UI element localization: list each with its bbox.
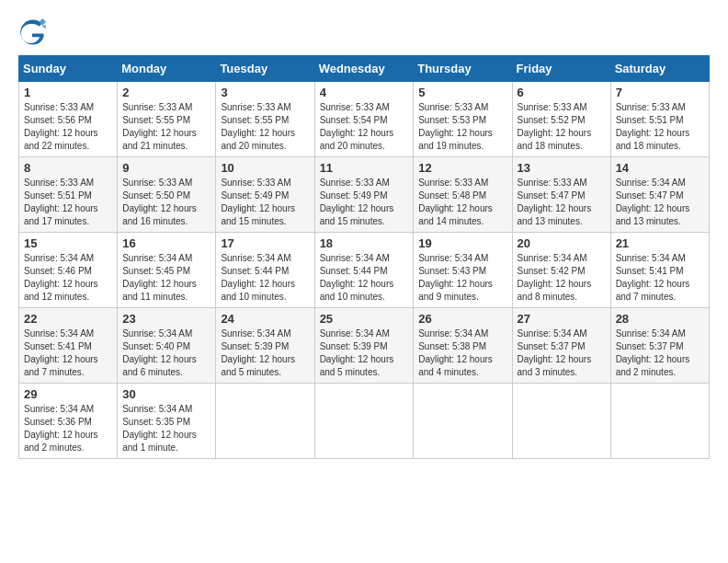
daylight-text: Daylight: 12 hours and 10 minutes. [221, 278, 309, 304]
calendar-day-cell: 22Sunrise: 5:34 AMSunset: 5:41 PMDayligh… [19, 308, 118, 384]
daylight-text: Daylight: 12 hours and 5 minutes. [320, 353, 409, 379]
day-number: 2 [122, 86, 210, 99]
day-number: 28 [616, 312, 704, 326]
sunrise-text: Sunrise: 5:34 AM [518, 252, 606, 265]
daylight-text: Daylight: 12 hours and 6 minutes. [122, 353, 210, 379]
day-info: Sunrise: 5:33 AMSunset: 5:49 PMDaylight:… [320, 177, 409, 228]
day-number: 25 [320, 312, 409, 326]
sunrise-text: Sunrise: 5:33 AM [518, 101, 606, 114]
day-info: Sunrise: 5:34 AMSunset: 5:40 PMDaylight:… [122, 327, 210, 379]
day-info: Sunrise: 5:34 AMSunset: 5:41 PMDaylight:… [616, 252, 704, 304]
page-header [18, 18, 710, 46]
sunset-text: Sunset: 5:46 PM [24, 265, 112, 278]
calendar-day-cell: 20Sunrise: 5:34 AMSunset: 5:42 PMDayligh… [512, 233, 610, 308]
day-info: Sunrise: 5:33 AMSunset: 5:51 PMDaylight:… [24, 177, 112, 228]
sunset-text: Sunset: 5:39 PM [320, 340, 409, 353]
daylight-text: Daylight: 12 hours and 20 minutes. [320, 127, 409, 153]
sunset-text: Sunset: 5:50 PM [122, 190, 210, 202]
sunset-text: Sunset: 5:38 PM [418, 340, 506, 353]
sunset-text: Sunset: 5:49 PM [320, 190, 409, 202]
day-info: Sunrise: 5:34 AMSunset: 5:39 PMDaylight:… [221, 327, 309, 379]
daylight-text: Daylight: 12 hours and 7 minutes. [24, 353, 112, 379]
day-info: Sunrise: 5:34 AMSunset: 5:47 PMDaylight:… [616, 177, 704, 228]
calendar-day-cell: 25Sunrise: 5:34 AMSunset: 5:39 PMDayligh… [314, 308, 414, 384]
sunrise-text: Sunrise: 5:33 AM [122, 101, 210, 114]
day-header-friday: Friday [512, 56, 610, 82]
calendar-day-cell: 27Sunrise: 5:34 AMSunset: 5:37 PMDayligh… [512, 308, 610, 384]
sunrise-text: Sunrise: 5:34 AM [418, 327, 506, 340]
sunrise-text: Sunrise: 5:33 AM [418, 177, 506, 190]
sunset-text: Sunset: 5:44 PM [221, 265, 309, 278]
day-info: Sunrise: 5:33 AMSunset: 5:49 PMDaylight:… [221, 177, 309, 228]
daylight-text: Daylight: 12 hours and 22 minutes. [24, 127, 112, 153]
sunrise-text: Sunrise: 5:34 AM [320, 327, 409, 340]
sunrise-text: Sunrise: 5:34 AM [616, 252, 704, 265]
calendar-day-cell: 23Sunrise: 5:34 AMSunset: 5:40 PMDayligh… [118, 308, 216, 384]
calendar-day-cell: 11Sunrise: 5:33 AMSunset: 5:49 PMDayligh… [314, 157, 414, 233]
sunrise-text: Sunrise: 5:33 AM [320, 177, 409, 190]
daylight-text: Daylight: 12 hours and 11 minutes. [122, 278, 210, 304]
sunset-text: Sunset: 5:44 PM [320, 265, 409, 278]
calendar-day-cell: 4Sunrise: 5:33 AMSunset: 5:54 PMDaylight… [314, 82, 414, 157]
daylight-text: Daylight: 12 hours and 16 minutes. [122, 202, 210, 228]
sunrise-text: Sunrise: 5:34 AM [518, 327, 606, 340]
sunset-text: Sunset: 5:37 PM [616, 340, 704, 353]
day-info: Sunrise: 5:33 AMSunset: 5:55 PMDaylight:… [122, 101, 210, 153]
day-info: Sunrise: 5:34 AMSunset: 5:35 PMDaylight:… [122, 403, 210, 454]
daylight-text: Daylight: 12 hours and 18 minutes. [518, 127, 606, 153]
daylight-text: Daylight: 12 hours and 14 minutes. [418, 202, 506, 228]
day-info: Sunrise: 5:33 AMSunset: 5:51 PMDaylight:… [616, 101, 704, 153]
sunrise-text: Sunrise: 5:34 AM [122, 327, 210, 340]
calendar-week-row: 29Sunrise: 5:34 AMSunset: 5:36 PMDayligh… [19, 384, 710, 459]
day-info: Sunrise: 5:34 AMSunset: 5:46 PMDaylight:… [24, 252, 112, 304]
day-info: Sunrise: 5:34 AMSunset: 5:37 PMDaylight:… [616, 327, 704, 379]
sunrise-text: Sunrise: 5:34 AM [616, 177, 704, 190]
calendar-day-cell: 7Sunrise: 5:33 AMSunset: 5:51 PMDaylight… [610, 82, 709, 157]
daylight-text: Daylight: 12 hours and 1 minute. [122, 429, 210, 454]
sunset-text: Sunset: 5:54 PM [320, 114, 409, 127]
sunset-text: Sunset: 5:40 PM [122, 340, 210, 353]
day-info: Sunrise: 5:33 AMSunset: 5:55 PMDaylight:… [221, 101, 309, 153]
sunset-text: Sunset: 5:56 PM [24, 114, 112, 127]
day-number: 19 [418, 236, 506, 250]
daylight-text: Daylight: 12 hours and 20 minutes. [221, 127, 309, 153]
day-info: Sunrise: 5:34 AMSunset: 5:44 PMDaylight:… [221, 252, 309, 304]
day-number: 23 [122, 312, 210, 326]
calendar-day-cell: 16Sunrise: 5:34 AMSunset: 5:45 PMDayligh… [118, 233, 216, 308]
day-header-tuesday: Tuesday [216, 56, 314, 82]
day-number: 30 [122, 387, 210, 401]
day-info: Sunrise: 5:34 AMSunset: 5:37 PMDaylight:… [518, 327, 606, 379]
day-info: Sunrise: 5:33 AMSunset: 5:50 PMDaylight:… [122, 177, 210, 228]
calendar-day-cell: 28Sunrise: 5:34 AMSunset: 5:37 PMDayligh… [610, 308, 709, 384]
day-info: Sunrise: 5:34 AMSunset: 5:43 PMDaylight:… [418, 252, 506, 304]
daylight-text: Daylight: 12 hours and 9 minutes. [418, 278, 506, 304]
sunset-text: Sunset: 5:51 PM [24, 190, 112, 202]
empty-cell [610, 384, 709, 459]
day-number: 3 [221, 86, 309, 99]
day-number: 16 [122, 236, 210, 250]
sunset-text: Sunset: 5:47 PM [616, 190, 704, 202]
sunrise-text: Sunrise: 5:34 AM [320, 252, 409, 265]
daylight-text: Daylight: 12 hours and 8 minutes. [518, 278, 606, 304]
sunrise-text: Sunrise: 5:34 AM [221, 327, 309, 340]
day-number: 6 [518, 86, 606, 99]
sunrise-text: Sunrise: 5:34 AM [418, 252, 506, 265]
empty-cell [216, 384, 314, 459]
sunrise-text: Sunrise: 5:33 AM [221, 101, 309, 114]
day-header-monday: Monday [118, 56, 216, 82]
daylight-text: Daylight: 12 hours and 15 minutes. [221, 202, 309, 228]
day-number: 9 [122, 161, 210, 175]
day-number: 18 [320, 236, 409, 250]
sunrise-text: Sunrise: 5:33 AM [221, 177, 309, 190]
calendar-day-cell: 2Sunrise: 5:33 AMSunset: 5:55 PMDaylight… [118, 82, 216, 157]
sunset-text: Sunset: 5:41 PM [24, 340, 112, 353]
calendar-day-cell: 6Sunrise: 5:33 AMSunset: 5:52 PMDaylight… [512, 82, 610, 157]
day-info: Sunrise: 5:33 AMSunset: 5:47 PMDaylight:… [518, 177, 606, 228]
day-number: 15 [24, 236, 112, 250]
sunrise-text: Sunrise: 5:33 AM [122, 177, 210, 190]
day-number: 7 [616, 86, 704, 99]
sunrise-text: Sunrise: 5:33 AM [518, 177, 606, 190]
calendar-day-cell: 13Sunrise: 5:33 AMSunset: 5:47 PMDayligh… [512, 157, 610, 233]
day-number: 13 [518, 161, 606, 175]
sunrise-text: Sunrise: 5:34 AM [24, 327, 112, 340]
